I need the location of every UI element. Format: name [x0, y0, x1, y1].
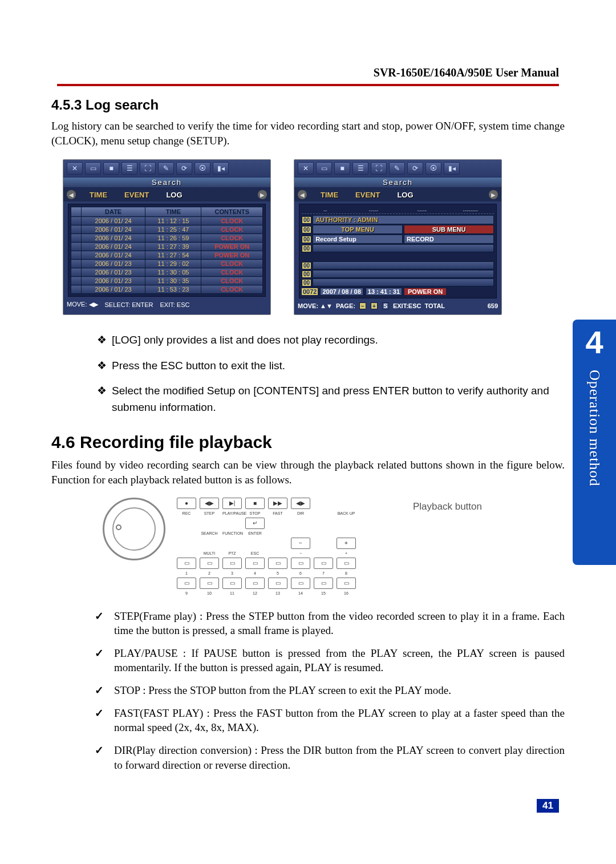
- heading-46: 4.6 Recording file playback: [51, 433, 565, 452]
- arrow-left-icon[interactable]: ◀: [298, 190, 307, 199]
- tab-log[interactable]: LOG: [394, 191, 416, 199]
- toolbar-icon[interactable]: ▮◂: [213, 162, 229, 175]
- hw-button[interactable]: ▭: [268, 558, 287, 569]
- hw-button[interactable]: ▭: [337, 578, 356, 589]
- hw-button-label: 5: [268, 571, 287, 575]
- cell-date: 2006 / 01/ 24: [82, 234, 145, 243]
- jog-dial[interactable]: [103, 498, 165, 560]
- hw-button[interactable]: ▭: [177, 558, 196, 569]
- log-row[interactable]: 2006 / 01/ 2411 : 26 : 59CLOCK: [71, 234, 263, 243]
- hw-button[interactable]: ▶▶: [268, 498, 287, 509]
- hw-button[interactable]: ↵: [245, 518, 265, 529]
- log-row[interactable]: 2006 / 01/ 2311 : 30 : 05CLOCK: [71, 268, 263, 277]
- cell-contents: POWER ON: [201, 251, 263, 260]
- hw-button[interactable]: ▭: [245, 558, 265, 569]
- idx-box: 00: [302, 262, 311, 269]
- tab-event[interactable]: EVENT: [352, 191, 383, 199]
- toolbar-icon[interactable]: ⦿: [194, 162, 210, 175]
- hw-button[interactable]: ▭: [222, 558, 242, 569]
- toolbar-icon[interactable]: ✎: [389, 162, 405, 175]
- cell-date: 2006 / 01/ 24: [82, 217, 145, 225]
- cell-contents: CLOCK: [201, 217, 263, 225]
- para-46: Files found by video recording search ca…: [51, 458, 565, 487]
- bullet-esc-exit: Press the ESC button to exit the list.: [97, 358, 565, 374]
- hw-button[interactable]: ▭: [314, 578, 333, 589]
- toolbar-icon[interactable]: ▭: [316, 162, 332, 175]
- chapter-side-tab: 4 Operation method: [573, 320, 616, 565]
- tab-log[interactable]: LOG: [163, 191, 185, 199]
- hw-button[interactable]: ■: [245, 498, 265, 509]
- log-row[interactable]: 2006 / 01/ 2311 : 53 : 23CLOCK: [71, 285, 263, 294]
- cell-contents: CLOCK: [201, 234, 263, 243]
- hw-button-label: 10: [200, 591, 219, 595]
- toolbar-icon[interactable]: ⟳: [407, 162, 423, 175]
- hw-button-label: 3: [222, 571, 242, 575]
- hw-button[interactable]: ▭: [200, 558, 219, 569]
- toolbar-icon[interactable]: ✕: [298, 162, 314, 175]
- log-row[interactable]: 2006 / 01/ 2311 : 30 : 35CLOCK: [71, 277, 263, 285]
- log-row[interactable]: 2006 / 01/ 2411 : 12 : 15CLOCK: [71, 217, 263, 225]
- tab-event[interactable]: EVENT: [121, 191, 152, 199]
- toolbar-icon[interactable]: ■: [334, 162, 350, 175]
- check-stop: STOP : Press the STOP button from the PL…: [91, 683, 565, 698]
- status-index: 0072: [302, 288, 318, 295]
- hw-button-label: +: [337, 551, 356, 555]
- hw-button[interactable]: ▭: [268, 578, 287, 589]
- toolbar-icon[interactable]: ⟳: [176, 162, 192, 175]
- hw-button[interactable]: ▭: [314, 558, 333, 569]
- hw-button[interactable]: ▭: [200, 578, 219, 589]
- hw-button[interactable]: ▭: [337, 558, 356, 569]
- hw-button[interactable]: ▭: [291, 558, 310, 569]
- toolbar-icon[interactable]: ☰: [121, 162, 137, 175]
- page-plus-button[interactable]: +: [371, 302, 378, 309]
- toolbar-icon[interactable]: ⛶: [140, 162, 156, 175]
- hw-button[interactable]: +: [337, 538, 356, 549]
- hw-button[interactable]: ◀▶: [291, 498, 310, 509]
- para-453: Log history can be searched to verify th…: [51, 119, 565, 148]
- toolbar-icon[interactable]: ⦿: [425, 162, 441, 175]
- log-row[interactable]: 2006 / 01/ 2411 : 25 : 47CLOCK: [71, 225, 263, 234]
- cell-time: 11 : 27 : 54: [145, 251, 201, 260]
- cell-date: 2006 / 01/ 23: [82, 260, 145, 268]
- cell-date: 2006 / 01/ 24: [82, 251, 145, 260]
- log-row[interactable]: 2006 / 01/ 2411 : 27 : 54POWER ON: [71, 251, 263, 260]
- toolbar-icon[interactable]: ✎: [158, 162, 174, 175]
- hw-button[interactable]: ▭: [222, 578, 242, 589]
- page-minus-button[interactable]: −: [359, 302, 366, 309]
- hw-button-label: 13: [268, 591, 287, 595]
- hw-button-label: [177, 531, 196, 535]
- th-date: DATE: [82, 207, 145, 217]
- tab-time[interactable]: TIME: [317, 191, 342, 199]
- toolbar-icon[interactable]: ▭: [85, 162, 101, 175]
- log-row[interactable]: 2006 / 01/ 2311 : 29 : 02CLOCK: [71, 260, 263, 268]
- toolbar-icon[interactable]: ⛶: [371, 162, 387, 175]
- dvr-toolbar: ✕ ▭ ■ ☰ ⛶ ✎ ⟳ ⦿ ▮◂: [294, 160, 501, 177]
- hw-button[interactable]: ▶|: [222, 498, 242, 509]
- hw-button-label: FUNCTION: [222, 531, 242, 535]
- toolbar-icon[interactable]: ■: [103, 162, 119, 175]
- footer-move: MOVE: ◀▶: [67, 301, 98, 308]
- hw-button[interactable]: ◀▶: [200, 498, 219, 509]
- log-row[interactable]: 2006 / 01/ 2411 : 27 : 39POWER ON: [71, 243, 263, 251]
- hw-button-label: [314, 551, 333, 555]
- cell-time: 11 : 29 : 02: [145, 260, 201, 268]
- hw-button-label: BACK UP: [337, 511, 356, 515]
- hw-button[interactable]: ●: [177, 498, 196, 509]
- arrow-left-icon[interactable]: ◀: [67, 190, 76, 199]
- hw-button[interactable]: −: [291, 538, 310, 549]
- page-s-button[interactable]: S: [382, 302, 389, 309]
- tab-time[interactable]: TIME: [86, 191, 111, 199]
- cell-date: 2006 / 01/ 23: [82, 285, 145, 294]
- arrow-right-icon[interactable]: ▶: [489, 190, 498, 199]
- hw-button-label: FAST: [268, 511, 287, 515]
- hw-button[interactable]: ▭: [291, 578, 310, 589]
- hw-button[interactable]: ▭: [245, 578, 265, 589]
- toolbar-icon[interactable]: ✕: [67, 162, 83, 175]
- th-contents: CONTENTS: [201, 207, 263, 217]
- arrow-right-icon[interactable]: ▶: [258, 190, 267, 199]
- cell-contents: CLOCK: [201, 268, 263, 277]
- hw-button-label: 7: [314, 571, 333, 575]
- toolbar-icon[interactable]: ▮◂: [444, 162, 460, 175]
- toolbar-icon[interactable]: ☰: [352, 162, 368, 175]
- hw-button[interactable]: ▭: [177, 578, 196, 589]
